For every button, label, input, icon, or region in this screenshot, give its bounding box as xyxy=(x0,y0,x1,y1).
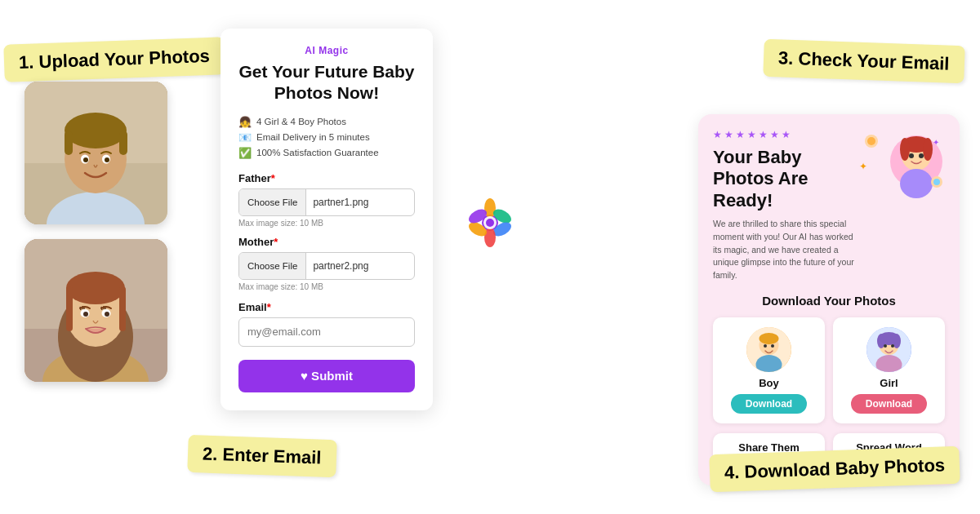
svg-point-33 xyxy=(486,219,494,227)
form-section: AI Magic Get Your Future Baby Photos Now… xyxy=(220,29,433,410)
email-label: Email* xyxy=(238,301,415,313)
step3-label: 3. Check Your Email xyxy=(763,39,964,84)
father-max-size: Max image size: 10 MB xyxy=(238,219,415,228)
svg-rect-20 xyxy=(119,286,126,331)
svg-text:✦: ✦ xyxy=(933,138,939,147)
email-preview-section: ✦ ✦ ★★★ ★★★★ Your Baby Photos Are Ready!… xyxy=(698,114,960,485)
svg-point-18 xyxy=(66,272,125,304)
download-section-title: Download Your Photos xyxy=(713,294,945,308)
svg-point-60 xyxy=(891,344,894,348)
form-title: Get Your Future Baby Photos Now! xyxy=(238,61,415,104)
svg-point-45 xyxy=(933,179,940,185)
feature-item-1: 👧 4 Girl & 4 Boy Photos xyxy=(238,114,415,130)
svg-point-37 xyxy=(900,138,910,161)
mother-max-size: Max image size: 10 MB xyxy=(238,282,415,291)
mother-required: * xyxy=(274,236,278,248)
girl-avatar xyxy=(866,327,911,372)
email-input[interactable] xyxy=(238,317,415,347)
feature-list: 👧 4 Girl & 4 Boy Photos 📧 Email Delivery… xyxy=(238,114,415,161)
mother-file-input[interactable]: Choose File partner2.png xyxy=(238,252,415,280)
girl-boy-icon: 👧 xyxy=(238,116,252,128)
step2-label: 2. Enter Email xyxy=(187,435,336,477)
email-required: * xyxy=(267,301,271,313)
svg-point-23 xyxy=(83,312,88,317)
svg-point-52 xyxy=(771,344,774,348)
svg-point-40 xyxy=(919,153,924,158)
boy-card: Boy Download xyxy=(713,317,825,423)
svg-point-59 xyxy=(884,344,887,348)
email-icon: 📧 xyxy=(238,131,252,144)
photos-section xyxy=(24,82,167,382)
svg-point-41 xyxy=(900,169,933,198)
father-label: Father* xyxy=(238,172,415,184)
girl-download-btn[interactable]: Download xyxy=(851,394,927,414)
submit-button[interactable]: ♥ Submit xyxy=(238,360,415,392)
mother-choose-file-btn[interactable]: Choose File xyxy=(239,253,306,279)
svg-rect-6 xyxy=(65,131,73,155)
svg-point-39 xyxy=(909,153,914,158)
mother-photo xyxy=(24,239,167,382)
mother-filename: partner2.png xyxy=(306,260,414,272)
step1-label: 1. Upload Your Photos xyxy=(3,37,225,82)
baby-photos-grid: Boy Download Girl Download xyxy=(713,317,945,423)
email-preview-title: Your Baby Photos Are Ready! xyxy=(713,147,860,211)
svg-point-38 xyxy=(923,138,933,161)
center-decoration xyxy=(466,196,514,245)
svg-rect-7 xyxy=(119,131,127,155)
boy-download-btn[interactable]: Download xyxy=(731,394,807,414)
feature-item-2: 📧 Email Delivery in 5 minutes xyxy=(238,130,415,145)
father-filename: partner1.png xyxy=(306,197,414,208)
svg-point-24 xyxy=(105,312,109,317)
father-file-input[interactable]: Choose File partner1.png xyxy=(238,188,415,216)
ai-magic-label: AI Magic xyxy=(238,45,415,56)
father-choose-file-btn[interactable]: Choose File xyxy=(239,189,306,215)
feature-item-3: ✅ 100% Satisfaction Guarantee xyxy=(238,145,415,161)
svg-text:✦: ✦ xyxy=(859,161,867,172)
svg-point-10 xyxy=(83,157,88,162)
svg-point-11 xyxy=(105,157,109,162)
svg-point-5 xyxy=(65,113,127,148)
mother-label: Mother* xyxy=(238,236,415,248)
father-photo xyxy=(24,82,167,224)
svg-point-51 xyxy=(764,344,767,348)
svg-point-43 xyxy=(867,137,875,145)
girl-card: Girl Download xyxy=(833,317,945,423)
girl-label: Girl xyxy=(840,377,938,389)
check-icon: ✅ xyxy=(238,147,252,159)
father-required: * xyxy=(271,172,275,184)
boy-label: Boy xyxy=(719,377,818,389)
svg-rect-19 xyxy=(66,286,73,331)
boy-avatar xyxy=(746,327,791,372)
svg-point-50 xyxy=(760,333,779,344)
email-preview-desc: We are thrilled to share this special mo… xyxy=(713,218,860,282)
